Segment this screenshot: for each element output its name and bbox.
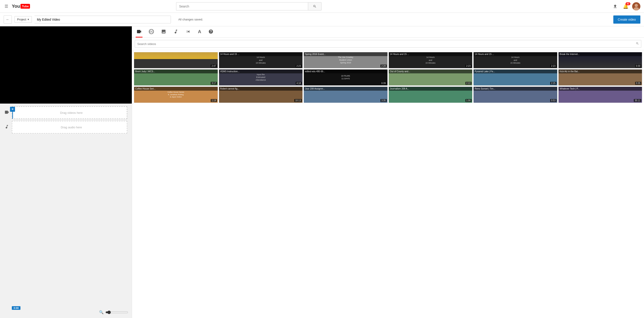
notifications-button[interactable]: 🔔 83 [623, 4, 628, 9]
list-item[interactable]: Break the Internet... 0:30 [558, 52, 642, 68]
tab-music[interactable] [172, 26, 179, 37]
thumb-duration: 2:23 [550, 64, 556, 67]
create-video-button[interactable]: Create video [613, 15, 640, 24]
project-dropdown[interactable]: Project ▼ [14, 16, 32, 23]
media-search-input[interactable] [135, 40, 641, 48]
dropdown-arrow-icon: ▼ [27, 18, 29, 21]
list-item[interactable]: edited edu 495 69... 10 FILMS11 DAYS 0:3… [304, 69, 388, 86]
zoom-slider[interactable] [106, 311, 128, 314]
camera-icon [4, 110, 9, 114]
cursor-handle: ✕ [10, 107, 15, 112]
thumb-title: VEMS Instruction... [219, 69, 303, 73]
top-nav: ☰ You Tube 🔔 83 [0, 0, 644, 13]
logo-tube: Tube [20, 4, 30, 9]
thumb-title: Journalism 208 A... [389, 87, 472, 91]
thumb-duration: 0:53 [550, 99, 556, 102]
list-item[interactable]: Kick Alz in the Bal... 0:35 [558, 69, 642, 86]
list-item[interactable]: 14 Hours and 15 ... 14 Hoursand15 Minute… [388, 52, 473, 68]
saved-status: All changes saved. [178, 18, 203, 21]
left-panel: ✕ Drag videos here Drag audio here [0, 26, 132, 318]
thumb-duration: 1:19 [211, 99, 217, 102]
media-search-wrap [135, 40, 641, 48]
back-icon: ← [6, 17, 10, 21]
tab-photo[interactable] [160, 26, 167, 37]
project-label: Project [17, 18, 26, 21]
list-item[interactable]: Coffee House Seri... Coffee House Series… [134, 86, 218, 103]
list-item[interactable]: Jour 208 Assignm... 3:35 [304, 86, 388, 103]
video-tab-icon [136, 29, 142, 34]
audio-drop-zone[interactable]: Drag audio here [12, 121, 127, 134]
music-tab-icon [174, 29, 178, 34]
svg-point-1 [635, 4, 638, 7]
list-item[interactable]: 14 Hours and 15 ... 14 Hoursand15 Minute… [219, 52, 303, 68]
list-item[interactable]: Pyramid Lake | Fe... 2:25 [473, 69, 558, 86]
music-note-icon [4, 124, 9, 129]
project-title-input[interactable] [34, 16, 171, 23]
thumb-duration: 2:23 [466, 64, 472, 67]
search-icon [313, 4, 316, 8]
media-search-bar [132, 38, 644, 50]
audio-track-row: Drag audio here [0, 121, 132, 134]
thumb-title: Kick Alz in the Bal... [558, 69, 642, 73]
back-button[interactable]: ← [4, 15, 12, 24]
search-input[interactable] [176, 2, 308, 10]
hamburger-menu[interactable]: ☰ [4, 3, 9, 10]
tab-help[interactable] [208, 26, 214, 37]
list-item[interactable]: Journalism 208 A... 1:00 [388, 86, 473, 103]
zoom-icon: 🔍 [99, 310, 104, 314]
thumb-duration: 4:18 [296, 82, 302, 85]
thumb-title: Robert cannot fig... [219, 87, 303, 91]
thumb-title: Reno Sunset | Tim... [474, 87, 557, 91]
logo-you: You [12, 4, 20, 9]
avatar-icon [632, 2, 640, 10]
tab-video[interactable] [136, 26, 142, 37]
video-drop-zone[interactable]: ✕ Drag videos here [12, 106, 127, 119]
list-item[interactable]: Spring 2016 Event... The Joe CrowleyStud… [304, 52, 388, 68]
list-item[interactable]: 14 Hours and 15 ... 14 Hoursand15 Minute… [473, 52, 558, 68]
thumb-duration: 1:00 [466, 99, 472, 102]
list-item[interactable]: Robert cannot fig... 10:13 [219, 86, 303, 103]
thumb-title: Pyramid Lake | Fe... [474, 69, 557, 73]
thumb-title: 14 Hours and 15 ... [219, 52, 303, 56]
thumb-duration: 10:13 [294, 99, 302, 102]
upload-icon [613, 4, 618, 9]
thumb-title: Brent Judy | WCS... [134, 69, 218, 73]
upload-button[interactable] [611, 2, 619, 10]
thumb-title: Out of County and... [389, 69, 472, 73]
thumb-duration: 2:47 [211, 64, 217, 67]
thumb-title: Whatever Tech | P... [558, 87, 642, 91]
nav-right: 🔔 83 [611, 2, 640, 10]
list-item[interactable]: VEMS Instruction... Input theEstimatedAt… [219, 69, 303, 86]
thumb-title: 14 Hours and 15 ... [389, 52, 472, 56]
text-tab-icon: A [198, 29, 201, 34]
tab-text[interactable]: A [197, 26, 202, 37]
thumb-duration: 0:35 [635, 82, 641, 85]
video-preview-area [0, 26, 132, 104]
list-item[interactable]: Reno Sunset | Tim... 0:53 [473, 86, 558, 103]
search-bar-wrap [176, 2, 322, 10]
media-panel: CC A [132, 26, 644, 318]
thumb-title: Jour 208 Assignm... [304, 87, 388, 91]
user-avatar[interactable] [632, 2, 640, 10]
cc-tab-icon: CC [149, 29, 154, 34]
thumb-title: edited edu 495 69... [304, 69, 388, 73]
list-item[interactable]: Out of County and... 2:22 [388, 69, 473, 86]
time-label: 0:00 [12, 306, 20, 310]
list-item[interactable]: Brent Judy | WCS... 3:17 [134, 69, 218, 86]
thumb-duration: 2:22 [466, 82, 472, 85]
tab-cc[interactable]: CC [148, 26, 155, 37]
thumb-duration: 0:30 [635, 64, 641, 67]
media-search-icon [636, 42, 639, 46]
youtube-logo[interactable]: You Tube [12, 4, 30, 9]
zoom-controls: 🔍 [99, 310, 128, 314]
thumb-duration: 3:35 [380, 99, 386, 102]
list-item[interactable]: Whatever Tech | P... 35:11 [558, 86, 642, 103]
time-label-wrap: 0:00 [12, 306, 20, 310]
search-button[interactable] [308, 2, 322, 10]
tab-transition[interactable] [185, 26, 192, 37]
thumb-title: Break the Internet... [558, 52, 642, 56]
timeline-cursor: ✕ [12, 107, 13, 119]
thumb-title: 14 Hours and 15 ... [474, 52, 557, 56]
audio-track-icon [4, 124, 12, 130]
list-item[interactable]: Google Pixel XL R... 2:47 [134, 52, 218, 68]
